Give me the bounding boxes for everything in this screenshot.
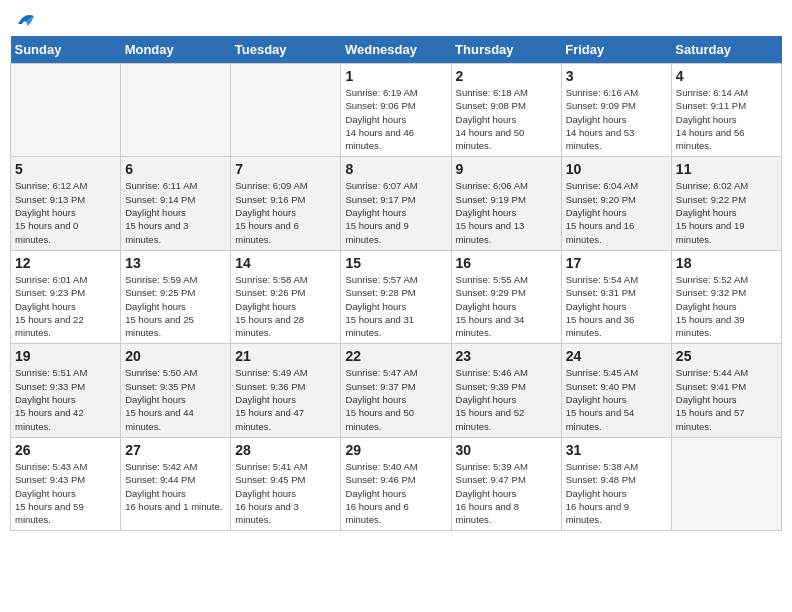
day-number: 18 [676, 255, 777, 271]
day-info: Sunrise: 5:52 AMSunset: 9:32 PMDaylight … [676, 273, 777, 339]
logo-bird-icon [16, 10, 38, 28]
day-number: 16 [456, 255, 557, 271]
day-info: Sunrise: 5:42 AMSunset: 9:44 PMDaylight … [125, 460, 226, 513]
day-info: Sunrise: 6:11 AMSunset: 9:14 PMDaylight … [125, 179, 226, 245]
day-cell-19: 19Sunrise: 5:51 AMSunset: 9:33 PMDayligh… [11, 344, 121, 437]
day-info: Sunrise: 6:06 AMSunset: 9:19 PMDaylight … [456, 179, 557, 245]
day-number: 3 [566, 68, 667, 84]
day-info: Sunrise: 6:16 AMSunset: 9:09 PMDaylight … [566, 86, 667, 152]
day-cell-5: 5Sunrise: 6:12 AMSunset: 9:13 PMDaylight… [11, 157, 121, 250]
week-row-5: 26Sunrise: 5:43 AMSunset: 9:43 PMDayligh… [11, 437, 782, 530]
calendar-header-row: SundayMondayTuesdayWednesdayThursdayFrid… [11, 36, 782, 64]
logo [14, 10, 38, 28]
day-cell-22: 22Sunrise: 5:47 AMSunset: 9:37 PMDayligh… [341, 344, 451, 437]
day-number: 4 [676, 68, 777, 84]
column-header-monday: Monday [121, 36, 231, 64]
day-cell-6: 6Sunrise: 6:11 AMSunset: 9:14 PMDaylight… [121, 157, 231, 250]
day-cell-empty [11, 64, 121, 157]
column-header-tuesday: Tuesday [231, 36, 341, 64]
day-number: 26 [15, 442, 116, 458]
day-cell-14: 14Sunrise: 5:58 AMSunset: 9:26 PMDayligh… [231, 250, 341, 343]
day-cell-12: 12Sunrise: 6:01 AMSunset: 9:23 PMDayligh… [11, 250, 121, 343]
day-cell-2: 2Sunrise: 6:18 AMSunset: 9:08 PMDaylight… [451, 64, 561, 157]
day-number: 15 [345, 255, 446, 271]
column-header-sunday: Sunday [11, 36, 121, 64]
day-info: Sunrise: 6:12 AMSunset: 9:13 PMDaylight … [15, 179, 116, 245]
day-cell-8: 8Sunrise: 6:07 AMSunset: 9:17 PMDaylight… [341, 157, 451, 250]
day-number: 2 [456, 68, 557, 84]
day-number: 13 [125, 255, 226, 271]
day-number: 17 [566, 255, 667, 271]
day-info: Sunrise: 5:54 AMSunset: 9:31 PMDaylight … [566, 273, 667, 339]
day-info: Sunrise: 5:57 AMSunset: 9:28 PMDaylight … [345, 273, 446, 339]
day-number: 24 [566, 348, 667, 364]
day-number: 30 [456, 442, 557, 458]
day-number: 23 [456, 348, 557, 364]
day-cell-24: 24Sunrise: 5:45 AMSunset: 9:40 PMDayligh… [561, 344, 671, 437]
day-cell-1: 1Sunrise: 6:19 AMSunset: 9:06 PMDaylight… [341, 64, 451, 157]
day-info: Sunrise: 5:46 AMSunset: 9:39 PMDaylight … [456, 366, 557, 432]
day-number: 31 [566, 442, 667, 458]
day-cell-10: 10Sunrise: 6:04 AMSunset: 9:20 PMDayligh… [561, 157, 671, 250]
column-header-wednesday: Wednesday [341, 36, 451, 64]
day-info: Sunrise: 6:18 AMSunset: 9:08 PMDaylight … [456, 86, 557, 152]
day-number: 9 [456, 161, 557, 177]
week-row-2: 5Sunrise: 6:12 AMSunset: 9:13 PMDaylight… [11, 157, 782, 250]
day-info: Sunrise: 5:43 AMSunset: 9:43 PMDaylight … [15, 460, 116, 526]
day-info: Sunrise: 5:58 AMSunset: 9:26 PMDaylight … [235, 273, 336, 339]
day-number: 12 [15, 255, 116, 271]
day-info: Sunrise: 5:55 AMSunset: 9:29 PMDaylight … [456, 273, 557, 339]
week-row-4: 19Sunrise: 5:51 AMSunset: 9:33 PMDayligh… [11, 344, 782, 437]
day-cell-27: 27Sunrise: 5:42 AMSunset: 9:44 PMDayligh… [121, 437, 231, 530]
day-number: 19 [15, 348, 116, 364]
day-cell-20: 20Sunrise: 5:50 AMSunset: 9:35 PMDayligh… [121, 344, 231, 437]
day-info: Sunrise: 6:07 AMSunset: 9:17 PMDaylight … [345, 179, 446, 245]
column-header-thursday: Thursday [451, 36, 561, 64]
day-cell-16: 16Sunrise: 5:55 AMSunset: 9:29 PMDayligh… [451, 250, 561, 343]
column-header-friday: Friday [561, 36, 671, 64]
day-cell-9: 9Sunrise: 6:06 AMSunset: 9:19 PMDaylight… [451, 157, 561, 250]
day-number: 11 [676, 161, 777, 177]
day-cell-empty [671, 437, 781, 530]
page-header [10, 10, 782, 28]
day-cell-28: 28Sunrise: 5:41 AMSunset: 9:45 PMDayligh… [231, 437, 341, 530]
day-info: Sunrise: 5:50 AMSunset: 9:35 PMDaylight … [125, 366, 226, 432]
day-info: Sunrise: 6:09 AMSunset: 9:16 PMDaylight … [235, 179, 336, 245]
day-info: Sunrise: 5:40 AMSunset: 9:46 PMDaylight … [345, 460, 446, 526]
day-number: 20 [125, 348, 226, 364]
day-cell-23: 23Sunrise: 5:46 AMSunset: 9:39 PMDayligh… [451, 344, 561, 437]
day-info: Sunrise: 6:01 AMSunset: 9:23 PMDaylight … [15, 273, 116, 339]
day-number: 5 [15, 161, 116, 177]
day-cell-empty [121, 64, 231, 157]
week-row-3: 12Sunrise: 6:01 AMSunset: 9:23 PMDayligh… [11, 250, 782, 343]
day-number: 21 [235, 348, 336, 364]
day-info: Sunrise: 5:38 AMSunset: 9:48 PMDaylight … [566, 460, 667, 526]
day-info: Sunrise: 5:59 AMSunset: 9:25 PMDaylight … [125, 273, 226, 339]
day-number: 27 [125, 442, 226, 458]
day-cell-21: 21Sunrise: 5:49 AMSunset: 9:36 PMDayligh… [231, 344, 341, 437]
day-number: 28 [235, 442, 336, 458]
day-cell-31: 31Sunrise: 5:38 AMSunset: 9:48 PMDayligh… [561, 437, 671, 530]
day-cell-empty [231, 64, 341, 157]
day-info: Sunrise: 6:14 AMSunset: 9:11 PMDaylight … [676, 86, 777, 152]
day-info: Sunrise: 6:04 AMSunset: 9:20 PMDaylight … [566, 179, 667, 245]
day-cell-3: 3Sunrise: 6:16 AMSunset: 9:09 PMDaylight… [561, 64, 671, 157]
day-info: Sunrise: 6:19 AMSunset: 9:06 PMDaylight … [345, 86, 446, 152]
day-cell-15: 15Sunrise: 5:57 AMSunset: 9:28 PMDayligh… [341, 250, 451, 343]
calendar-table: SundayMondayTuesdayWednesdayThursdayFrid… [10, 36, 782, 531]
day-cell-30: 30Sunrise: 5:39 AMSunset: 9:47 PMDayligh… [451, 437, 561, 530]
day-info: Sunrise: 5:47 AMSunset: 9:37 PMDaylight … [345, 366, 446, 432]
day-cell-4: 4Sunrise: 6:14 AMSunset: 9:11 PMDaylight… [671, 64, 781, 157]
day-cell-29: 29Sunrise: 5:40 AMSunset: 9:46 PMDayligh… [341, 437, 451, 530]
column-header-saturday: Saturday [671, 36, 781, 64]
day-cell-13: 13Sunrise: 5:59 AMSunset: 9:25 PMDayligh… [121, 250, 231, 343]
day-cell-17: 17Sunrise: 5:54 AMSunset: 9:31 PMDayligh… [561, 250, 671, 343]
day-number: 25 [676, 348, 777, 364]
day-number: 6 [125, 161, 226, 177]
day-number: 1 [345, 68, 446, 84]
day-number: 7 [235, 161, 336, 177]
day-cell-11: 11Sunrise: 6:02 AMSunset: 9:22 PMDayligh… [671, 157, 781, 250]
day-number: 14 [235, 255, 336, 271]
week-row-1: 1Sunrise: 6:19 AMSunset: 9:06 PMDaylight… [11, 64, 782, 157]
day-info: Sunrise: 5:39 AMSunset: 9:47 PMDaylight … [456, 460, 557, 526]
